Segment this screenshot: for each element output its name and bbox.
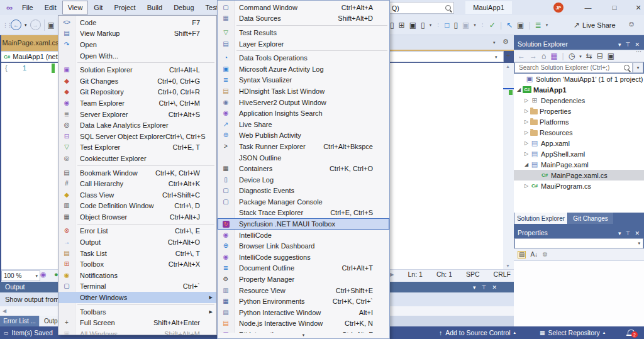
- menu-bar-item[interactable]: Git: [88, 1, 108, 14]
- menu-item[interactable]: ▦ Containers Ctrl+K, Ctrl+O: [218, 163, 389, 174]
- props-pin-icon[interactable]: ⊤: [626, 230, 631, 236]
- tree-row[interactable]: C# MainPage.xaml.cs: [514, 170, 644, 181]
- menu-item[interactable]: ◉ Team Explorer Ctrl+\, Ctrl+M: [58, 97, 216, 109]
- menu-item[interactable]: Stack Trace Explorer Ctrl+E, Ctrl+S: [218, 208, 389, 219]
- menu-item[interactable]: Toolbars ▶: [58, 306, 216, 318]
- se-toolbar-icon[interactable]: |: [562, 52, 564, 60]
- properties-toolbar-icon[interactable]: ▤: [518, 251, 526, 258]
- menu-item[interactable]: JSON Outline: [218, 152, 389, 164]
- menu-item[interactable]: # Call Hierarchy Ctrl+Alt+K: [58, 178, 216, 189]
- scrollbar-down-icon[interactable]: ▼: [506, 264, 510, 268]
- toolbar-icon[interactable]: ▾: [546, 23, 548, 27]
- se-close-icon[interactable]: ✕: [635, 42, 640, 48]
- output-pin-icon[interactable]: ⊤: [482, 284, 487, 291]
- menu-item[interactable]: ⚙ Property Manager: [218, 274, 389, 285]
- tree-row[interactable]: ▷ ⊞ Dependencies: [514, 95, 644, 106]
- split-window-icon[interactable]: +: [506, 52, 510, 59]
- menu-item[interactable]: ▽ Test Results: [218, 27, 389, 38]
- properties-toolbar-icon[interactable]: A↓: [530, 252, 538, 258]
- toolbar-icon[interactable]: ↖: [506, 21, 513, 29]
- maximize-button[interactable]: □: [605, 0, 624, 15]
- menu-item[interactable]: ⊞ Toolbox Ctrl+Alt+X: [58, 258, 216, 270]
- notifications-button[interactable]: 2: [628, 326, 635, 339]
- expander-icon[interactable]: ▷: [523, 140, 530, 146]
- tree-row[interactable]: ▷ Properties: [514, 106, 644, 116]
- intellisense-icon[interactable]: ◉: [40, 270, 47, 279]
- menu-item[interactable]: ⊕ Web Publish Activity: [218, 130, 389, 142]
- document-tab[interactable]: MainPage.xaml.cs: [1, 35, 60, 50]
- close-button[interactable]: ✕: [629, 0, 644, 15]
- menu-item[interactable]: ▦ Data Sources Shift+Alt+D: [218, 13, 389, 25]
- minimize-button[interactable]: —: [579, 0, 597, 15]
- new-file-icon[interactable]: ▣: [48, 21, 55, 29]
- menu-item[interactable]: ▤ Python Interactive Window Alt+I: [218, 307, 389, 318]
- menu-item[interactable]: ↷ Open: [58, 39, 216, 50]
- expander-icon[interactable]: ▷: [523, 119, 530, 125]
- menu-item[interactable]: ▢ Command Window Ctrl+Alt+A: [218, 2, 389, 13]
- menu-bar-item[interactable]: Edit: [39, 1, 62, 14]
- tab-list-dropdown-icon[interactable]: ▾: [493, 40, 496, 45]
- menu-item[interactable]: ⊗ Error List Ctrl+\, E: [58, 226, 216, 237]
- toolbar-icon[interactable]: ▯: [453, 21, 458, 29]
- hscroll-right-icon[interactable]: ▶: [390, 272, 394, 277]
- toolbar-icon[interactable]: ▾: [474, 23, 476, 27]
- menu-bar-item[interactable]: File: [16, 1, 39, 14]
- tree-row[interactable]: ▷ Resources: [514, 127, 644, 138]
- se-overflow-icon[interactable]: ⋯: [636, 48, 641, 55]
- expander-icon[interactable]: ▷: [523, 97, 530, 103]
- tree-row[interactable]: ▷ ▤ AppShell.xaml: [514, 148, 644, 159]
- solution-search-input[interactable]: [518, 64, 614, 72]
- menu-item[interactable]: <> Code F7: [58, 17, 216, 28]
- output-close-icon[interactable]: ✕: [492, 284, 497, 291]
- menu-item[interactable]: ▦ Python Environments Ctrl+K, Ctrl+`: [218, 296, 389, 307]
- tree-row[interactable]: ▣ Solution 'MauiApp1' (1 of 1 project): [514, 74, 644, 84]
- expander-icon[interactable]: ◢: [515, 87, 523, 92]
- menu-bar-item[interactable]: View: [62, 1, 89, 14]
- menu-item[interactable]: ▥ Resource View Ctrl+Shift+E: [218, 285, 389, 296]
- menu-item[interactable]: → Output Ctrl+Alt+O: [58, 236, 216, 248]
- menu-bar-item[interactable]: Debug: [168, 1, 199, 14]
- se-toolbar-icon[interactable]: ⊟: [597, 52, 603, 60]
- menu-item[interactable]: ⊕ Browser Link Dashboard: [218, 240, 389, 252]
- menu-item[interactable]: ▤ Node.js Interactive Window Ctrl+K, N: [218, 318, 389, 330]
- menu-item[interactable]: ◆ Class View Ctrl+Shift+C: [58, 189, 216, 201]
- menu-item[interactable]: ▣ Microsoft Azure Activity Log: [218, 64, 389, 75]
- navbar-dropdown-icon[interactable]: ▾: [495, 55, 497, 59]
- props-close-icon[interactable]: ✕: [635, 230, 640, 236]
- menu-bar-item[interactable]: Build: [142, 1, 168, 14]
- se-toolbar-icon[interactable]: ⇆: [586, 52, 592, 60]
- quick-search-box[interactable]: Q): [389, 2, 454, 14]
- toolbar-icon[interactable]: ▣: [409, 21, 416, 29]
- se-toolbar-icon[interactable]: ▣: [608, 52, 614, 60]
- se-toolbar-icon[interactable]: ◷: [569, 52, 575, 60]
- live-share-button[interactable]: ↗ Live Share: [565, 15, 616, 35]
- menu-item[interactable]: Other Windows ▶: [58, 292, 216, 303]
- menu-item[interactable]: ▦ Object Browser Ctrl+Alt+J: [58, 211, 216, 223]
- tab-git-changes[interactable]: Git Changes: [568, 213, 613, 224]
- menu-item[interactable]: ≣ Document Outline Ctrl+Alt+T: [218, 263, 389, 274]
- feedback-icon[interactable]: ☺: [628, 20, 635, 28]
- properties-toolbar-icon[interactable]: ⚙: [542, 252, 548, 258]
- navigate-back-icon[interactable]: ←: [11, 19, 21, 30]
- se-toolbar-icon[interactable]: ▦: [550, 52, 557, 60]
- menu-item[interactable]: ▣ All Windows Shift+Alt+M: [58, 328, 216, 335]
- menu-item[interactable]: ◉ Application Insights Search: [218, 108, 389, 119]
- select-repository-button[interactable]: ▦ Select Repository ▴: [540, 326, 605, 339]
- menu-item[interactable]: ▤ Layer Explorer: [218, 38, 389, 50]
- menu-item[interactable]: ≣ Syntax Visualizer: [218, 75, 389, 86]
- menu-item[interactable]: ▣ Solution Explorer Ctrl+Alt+L: [58, 64, 216, 75]
- menu-item[interactable]: ◉ HiveServer2 Output Window: [218, 97, 389, 108]
- menu-item[interactable]: ◎ Cookiecutter Explorer: [58, 153, 216, 164]
- tree-row[interactable]: ◢ ▤ MainPage.xaml: [514, 159, 644, 170]
- menu-item[interactable]: ◉ IntelliCode: [218, 230, 389, 241]
- menu-item[interactable]: ◆ Git Changes Ctrl+0, Ctrl+G: [58, 75, 216, 87]
- editor-scrollbar[interactable]: ▲ ▼: [503, 63, 514, 269]
- toolbar-icon[interactable]: |: [500, 21, 502, 29]
- menu-item[interactable]: ▥ Code Definition Window Ctrl+\, D: [58, 201, 216, 212]
- toolbar-icon[interactable]: |: [528, 21, 530, 29]
- toolbar-icon[interactable]: ▣: [462, 21, 469, 29]
- expander-icon[interactable]: ▷: [523, 183, 530, 189]
- toolbar-icon[interactable]: ▯: [421, 21, 425, 29]
- menu-item[interactable]: ◆ Git Repository Ctrl+0, Ctrl+R: [58, 87, 216, 98]
- hscroll-left-icon[interactable]: ◀: [3, 308, 6, 314]
